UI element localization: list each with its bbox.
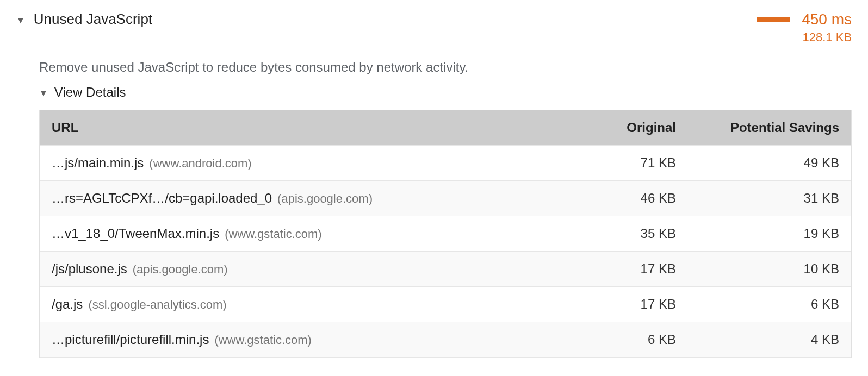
url-host: (www.gstatic.com) (214, 333, 311, 347)
header-savings: Potential Savings (676, 120, 839, 135)
table-row: …picturefill/picturefill.min.js (www.gst… (40, 322, 851, 358)
cell-original: 46 KB (567, 191, 676, 206)
chevron-down-icon: ▼ (39, 89, 48, 98)
cell-savings: 6 KB (676, 297, 839, 312)
cell-savings: 49 KB (676, 155, 839, 171)
table-row: …v1_18_0/TweenMax.min.js (www.gstatic.co… (40, 216, 851, 252)
audit-metrics: 450 ms 128.1 KB (757, 11, 852, 45)
table-row: …rs=AGLTcCPXf…/cb=gapi.loaded_0 (apis.go… (40, 181, 851, 216)
cell-savings: 4 KB (676, 332, 839, 347)
audit-title: Unused JavaScript (34, 11, 152, 28)
url-path: …v1_18_0/TweenMax.min.js (52, 226, 219, 241)
cell-url[interactable]: /js/plusone.js (apis.google.com) (52, 261, 567, 277)
url-path: /js/plusone.js (52, 261, 127, 277)
cell-original: 17 KB (567, 261, 676, 277)
table-row: /js/plusone.js (apis.google.com) 17 KB 1… (40, 252, 851, 287)
url-host: (www.android.com) (149, 156, 251, 171)
table-row: /ga.js (ssl.google-analytics.com) 17 KB … (40, 287, 851, 322)
url-path: /ga.js (52, 297, 83, 312)
header-original: Original (567, 120, 676, 135)
cell-savings: 19 KB (676, 226, 839, 241)
chevron-down-icon: ▼ (16, 16, 25, 25)
cell-original: 17 KB (567, 297, 676, 312)
time-value: 450 ms (802, 11, 852, 28)
cell-url[interactable]: /ga.js (ssl.google-analytics.com) (52, 297, 567, 312)
cell-url[interactable]: …v1_18_0/TweenMax.min.js (www.gstatic.co… (52, 226, 567, 241)
url-path: …rs=AGLTcCPXf…/cb=gapi.loaded_0 (52, 191, 272, 206)
cell-original: 35 KB (567, 226, 676, 241)
audit-description: Remove unused JavaScript to reduce bytes… (39, 60, 852, 75)
url-host: (www.gstatic.com) (225, 227, 321, 241)
details-table: URL Original Potential Savings …js/main.… (39, 110, 852, 358)
cell-savings: 10 KB (676, 261, 839, 277)
view-details-toggle[interactable]: ▼ View Details (39, 85, 852, 100)
url-path: …js/main.min.js (52, 155, 144, 171)
impact-bar-icon (757, 17, 790, 22)
url-host: (apis.google.com) (277, 192, 373, 206)
cell-original: 71 KB (567, 155, 676, 171)
size-value: 128.1 KB (802, 30, 852, 45)
time-row: 450 ms (757, 11, 852, 28)
cell-url[interactable]: …js/main.min.js (www.android.com) (52, 155, 567, 171)
audit-title-row[interactable]: ▼ Unused JavaScript (16, 11, 757, 28)
view-details-label: View Details (54, 85, 126, 100)
url-host: (ssl.google-analytics.com) (88, 298, 226, 312)
audit-header: ▼ Unused JavaScript 450 ms 128.1 KB (16, 11, 852, 45)
header-url: URL (52, 120, 567, 135)
cell-url[interactable]: …picturefill/picturefill.min.js (www.gst… (52, 332, 567, 347)
cell-url[interactable]: …rs=AGLTcCPXf…/cb=gapi.loaded_0 (apis.go… (52, 191, 567, 206)
url-host: (apis.google.com) (133, 262, 228, 277)
cell-original: 6 KB (567, 332, 676, 347)
cell-savings: 31 KB (676, 191, 839, 206)
url-path: …picturefill/picturefill.min.js (52, 332, 209, 347)
table-row: …js/main.min.js (www.android.com) 71 KB … (40, 146, 851, 181)
table-header-row: URL Original Potential Savings (40, 110, 851, 146)
